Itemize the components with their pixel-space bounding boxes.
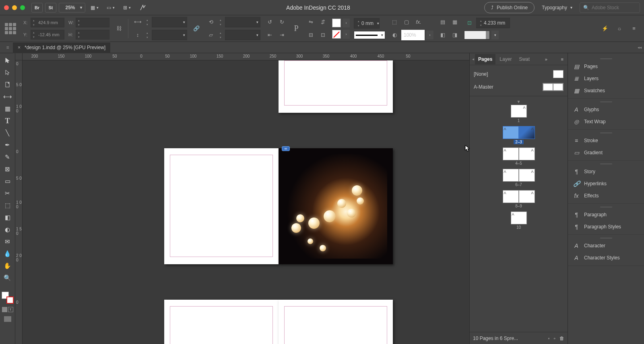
hand-tool[interactable]: ✋ <box>2 260 14 271</box>
panel-tab-swatches[interactable]: Swat <box>516 54 533 64</box>
reference-point-proxy[interactable] <box>5 23 16 34</box>
spread-thumb[interactable]: A <box>511 211 527 224</box>
page-5[interactable] <box>279 300 393 344</box>
eyedropper-tool[interactable]: 💧 <box>2 248 14 259</box>
close-window[interactable] <box>4 5 9 10</box>
fill-menu[interactable]: › <box>343 19 350 27</box>
fill-stroke-proxy[interactable] <box>2 292 14 304</box>
master-a[interactable]: A-Master <box>474 81 564 93</box>
distribute-icon[interactable]: ⊡ <box>318 30 328 40</box>
panel-button-story[interactable]: ¶Story <box>568 166 644 178</box>
scale-x-field[interactable]: ▾ <box>152 17 187 27</box>
stroke-weight-field[interactable]: ▴▾0 mm▾ <box>354 18 380 29</box>
stroke-swatch[interactable] <box>332 30 341 39</box>
view-options-icon[interactable]: ▦ ▾ <box>88 3 101 12</box>
spread-thumb[interactable]: AA <box>503 190 535 203</box>
panel-grip[interactable] <box>568 100 644 104</box>
free-transform-tool[interactable]: ⬚ <box>2 200 14 211</box>
zoom-tool[interactable]: 🔍 <box>2 272 14 284</box>
delete-page-icon[interactable]: 🗑 <box>559 336 564 341</box>
panel-button-text-wrap[interactable]: ◎Text Wrap <box>568 116 644 128</box>
formatting-affects[interactable]: T <box>2 307 13 312</box>
fx-icon[interactable]: fx. <box>413 17 424 27</box>
leading-field[interactable]: ▴▾4.233 mm <box>476 18 510 28</box>
vertical-ruler[interactable]: 05 01 0 005 01 0 01 5 02 0 00 <box>15 60 23 344</box>
publish-online-button[interactable]: ⤴ Publish Online <box>484 2 535 13</box>
opacity-menu[interactable]: › <box>426 31 433 39</box>
panel-button-swatches[interactable]: ▦Swatches <box>568 85 644 97</box>
expand-panels-icon[interactable]: ◂◂ <box>635 45 644 50</box>
new-page-icon[interactable]: ▫ <box>554 336 555 341</box>
horizontal-ruler[interactable]: 2001501005005010015020025030035040045050 <box>23 53 469 60</box>
adobe-stock-search[interactable]: 🔍 Adobe Stock <box>580 2 640 13</box>
ruler-origin[interactable] <box>15 53 23 60</box>
placed-image[interactable] <box>284 154 387 259</box>
page-1[interactable] <box>279 60 393 113</box>
zoom-level-dropdown[interactable]: 25% ▾ <box>59 3 85 12</box>
pasteboard[interactable] <box>23 60 469 344</box>
page-2[interactable] <box>164 148 279 264</box>
y-position-field[interactable]: ▴▾-12.45 mm <box>31 30 64 39</box>
gradient-feather-tool[interactable]: ◐ <box>2 224 14 235</box>
corner-options-icon[interactable]: ⬚ <box>389 17 400 27</box>
maximize-window[interactable] <box>20 5 25 10</box>
width-field[interactable]: ▴▾ <box>76 18 109 27</box>
opacity-field[interactable]: 100% <box>401 30 425 40</box>
spread-thumb[interactable]: AA <box>503 169 535 182</box>
arrange-documents-icon[interactable]: ⊞ ▾ <box>120 3 134 12</box>
stroke-style-dropdown[interactable]: ▾ <box>354 31 385 39</box>
spread-thumb[interactable]: A <box>511 105 527 118</box>
x-position-field[interactable]: ▴▾424.9 mm <box>31 18 64 27</box>
line-tool[interactable]: ╲ <box>2 127 14 139</box>
type-tool[interactable]: T <box>2 115 14 126</box>
workspace-switcher[interactable]: Typography ▾ <box>542 5 572 10</box>
last-page-icon[interactable]: ⇥ <box>277 30 287 40</box>
panel-tab-pages[interactable]: Pages <box>475 54 495 64</box>
panel-button-effects[interactable]: fxEffects <box>568 190 644 202</box>
scissors-tool[interactable]: ✂ <box>2 188 14 199</box>
panel-button-paragraph[interactable]: ¶Paragraph <box>568 209 644 221</box>
screen-mode-icon[interactable]: ▭ ▾ <box>104 3 118 12</box>
panel-button-hyperlinks[interactable]: 🔗Hyperlinks <box>568 178 644 190</box>
panel-grip[interactable] <box>568 162 644 166</box>
page-4[interactable] <box>164 300 279 344</box>
close-tab-icon[interactable]: × <box>18 45 21 50</box>
panel-button-gradient[interactable]: ▭Gradient <box>568 147 644 159</box>
first-page-icon[interactable]: ⇤ <box>264 30 275 40</box>
drop-shadow-icon[interactable]: ◧ <box>438 30 448 40</box>
panel-button-layers[interactable]: ≣Layers <box>568 73 644 85</box>
page-3[interactable] <box>279 148 393 264</box>
panel-button-character-styles[interactable]: ACharacter Styles <box>568 252 644 264</box>
fill-swatch[interactable] <box>332 19 341 27</box>
gradient-swatch-tool[interactable]: ◧ <box>2 212 14 223</box>
tab-list-icon[interactable]: ≡ <box>2 43 13 52</box>
gradient-menu[interactable]: ▾ <box>491 31 499 39</box>
panel-grip[interactable] <box>568 57 644 60</box>
document-tab[interactable]: × *design 1.indd @ 25% [GPU Preview] <box>13 42 110 53</box>
flip-vertical-icon[interactable]: ⇵ <box>318 17 328 27</box>
rotate-ccw-icon[interactable]: ↺ <box>264 17 275 27</box>
align-icon[interactable]: ⊟ <box>305 30 316 40</box>
panel-tab-layers[interactable]: Layer <box>496 54 515 64</box>
spread-thumb[interactable]: AA <box>503 147 535 160</box>
collapse-icon[interactable]: ◂ <box>472 57 474 61</box>
rotate-cw-icon[interactable]: ↻ <box>277 17 287 27</box>
stock-button[interactable]: St <box>45 3 56 12</box>
rectangle-tool[interactable]: ▭ <box>2 176 14 187</box>
bridge-button[interactable]: Br <box>31 3 43 12</box>
panel-grip[interactable] <box>568 205 644 209</box>
lightning-icon[interactable]: ⚡ <box>600 23 610 34</box>
content-collector-tool[interactable]: ▦ <box>2 103 14 114</box>
edit-page-size-icon[interactable]: ▫ <box>548 336 549 341</box>
constrain-link-icon[interactable]: 🔗 <box>191 23 202 34</box>
scale-y-field[interactable]: ▾ <box>152 30 187 40</box>
view-mode-toggle[interactable] <box>2 315 14 323</box>
height-field[interactable]: ▴▾ <box>76 30 109 39</box>
quick-apply-icon[interactable]: ◨ <box>450 30 460 40</box>
paragraph-format-icon[interactable]: P <box>291 23 301 34</box>
shear-field[interactable]: ▾ <box>225 30 260 40</box>
spread-thumb[interactable]: AA <box>503 126 535 139</box>
panel-menu-icon[interactable]: ≡ <box>629 23 639 34</box>
panel-button-paragraph-styles[interactable]: ¶Paragraph Styles <box>568 221 644 233</box>
stroke-menu[interactable]: › <box>343 30 350 39</box>
